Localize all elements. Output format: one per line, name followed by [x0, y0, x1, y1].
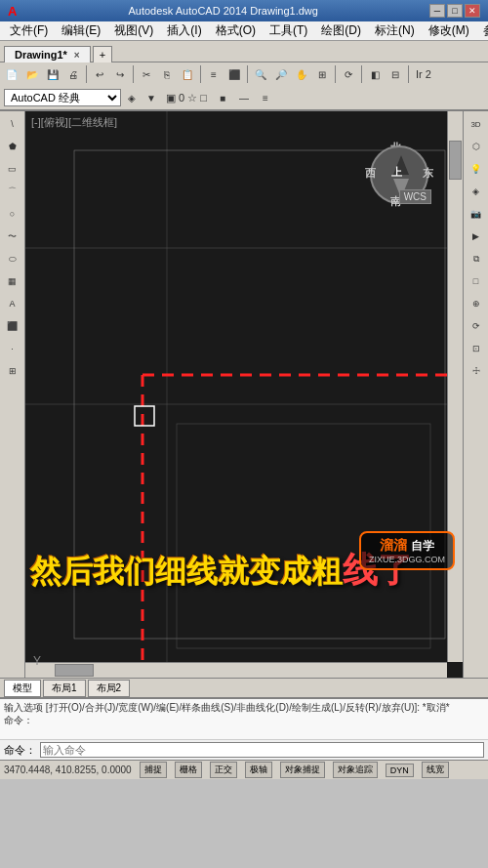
menu-item[interactable]: 标注(N) [369, 21, 421, 40]
command-input[interactable] [40, 742, 484, 758]
compass-east: 东 [423, 166, 433, 181]
undo-btn[interactable]: ↩ [90, 64, 109, 84]
menu-item[interactable]: 格式(O) [210, 21, 262, 40]
otrack-btn[interactable]: 对象追踪 [333, 762, 378, 778]
menu-item[interactable]: 工具(T) [264, 21, 313, 40]
ucs-btn[interactable]: ⊕ [466, 293, 487, 314]
color-btn[interactable]: ■ [213, 88, 232, 107]
y-axis-label: Y [33, 654, 41, 668]
menu-item[interactable]: 参数(P) [477, 21, 488, 40]
insert-block-btn[interactable]: ⬛ [2, 315, 23, 337]
flat-shot-btn[interactable]: □ [466, 270, 487, 292]
menu-item[interactable]: 修改(M) [423, 21, 475, 40]
layout-tabs: 模型 布局1 布局2 [0, 678, 488, 697]
menu-item[interactable]: 编辑(E) [56, 21, 106, 40]
select-btn[interactable]: ⬛ [224, 64, 244, 84]
canvas-area[interactable]: [-][俯视][二维线框] 北 上 南 东 西 WCS Y [25, 111, 463, 678]
draw-arc-btn[interactable]: ⌒ [2, 181, 23, 202]
light-btn[interactable]: 💡 [466, 158, 487, 180]
lineweight-display-btn[interactable]: 线宽 [422, 762, 449, 778]
minimize-button[interactable]: ─ [429, 4, 445, 18]
section-btn[interactable]: ⧉ [466, 248, 487, 269]
zoom-window-btn[interactable]: ⊡ [466, 338, 487, 359]
zoom-out-btn[interactable]: 🔎 [271, 64, 291, 84]
copy-btn[interactable]: ⎘ [157, 64, 177, 84]
draw-spline-btn[interactable]: 〜 [2, 226, 23, 247]
draw-rect-btn[interactable]: ▭ [2, 158, 23, 180]
cut-btn[interactable]: ✂ [137, 64, 156, 84]
ortho-btn[interactable]: 正交 [210, 762, 237, 778]
table-btn[interactable]: ⊞ [2, 360, 23, 382]
sep1 [86, 65, 87, 83]
snap-btn[interactable]: 捕捉 [140, 762, 167, 778]
match-prop-btn[interactable]: ≡ [204, 64, 224, 84]
layer-state-btn[interactable]: ◈ [123, 89, 141, 106]
h-scroll-thumb[interactable] [55, 664, 94, 677]
zoom-in-btn[interactable]: 🔍 [251, 64, 270, 84]
render-btn[interactable]: ⬡ [466, 136, 487, 157]
draw-ellipse-btn[interactable]: ⬭ [2, 248, 23, 269]
maximize-button[interactable]: □ [447, 4, 463, 18]
watermark-logo-text: 溜溜 [380, 537, 407, 553]
dyn-btn[interactable]: DYN [386, 764, 414, 777]
layout2-tab[interactable]: 布局2 [88, 680, 131, 697]
point-btn[interactable]: · [2, 338, 23, 359]
v-scroll-thumb[interactable] [449, 141, 462, 180]
horizontal-scrollbar[interactable] [25, 662, 447, 678]
command-history-line2: 命令： [4, 714, 484, 727]
osnap-btn[interactable]: 对象捕捉 [280, 762, 325, 778]
toolbar-row1: 📄 📂 💾 🖨 ↩ ↪ ✂ ⎘ 📋 ≡ ⬛ 🔍 🔎 ✋ ⊞ ⟳ ◧ ⊟ Ir 2 [0, 62, 488, 86]
new-tab-button[interactable]: + [93, 46, 112, 62]
redo-btn[interactable]: ↪ [110, 64, 130, 84]
menu-item[interactable]: 文件(F) [4, 21, 54, 40]
layout1-tab[interactable]: 布局1 [43, 680, 86, 697]
tab-close-button[interactable]: × [74, 50, 80, 61]
pan-realtime-btn[interactable]: ☩ [466, 360, 487, 382]
title-bar: A Autodesk AutoCAD 2014 Drawing1.dwg ─ □… [0, 0, 488, 21]
material-btn[interactable]: ◈ [466, 181, 487, 202]
orbit-btn[interactable]: ⟳ [466, 315, 487, 337]
3d-orbit-btn[interactable]: ⟳ [339, 64, 358, 84]
viewport-label: [-][俯视][二维线框] [31, 115, 117, 130]
save-btn[interactable]: 💾 [43, 64, 62, 84]
pan-btn[interactable]: ✋ [292, 64, 311, 84]
camera-btn[interactable]: 📷 [466, 203, 487, 225]
status-bar: 3470.4448, 410.8255, 0.0000 捕捉 栅格 正交 极轴 … [0, 760, 488, 779]
menu-item[interactable]: 绘图(D) [315, 21, 367, 40]
watermark-logo: 溜溜 自学 [380, 537, 434, 555]
hatch-btn[interactable]: ▦ [2, 270, 23, 292]
style-dropdown[interactable]: AutoCAD 经典 [4, 89, 121, 106]
text-btn[interactable]: A [2, 293, 23, 314]
menu-item[interactable]: 视图(V) [108, 21, 159, 40]
zoom-all-btn[interactable]: ⊞ [312, 64, 332, 84]
layer-btn[interactable]: ◧ [365, 64, 385, 84]
linetype-btn[interactable]: — [234, 88, 254, 107]
command-area: 输入选项 [打开(O)/合并(J)/宽度(W)/编(E)/样条曲线(S)/非曲线… [0, 697, 488, 760]
animate-btn[interactable]: ▶ [466, 226, 487, 247]
grid-btn[interactable]: 栅格 [175, 762, 202, 778]
draw-line-btn[interactable]: \ [2, 113, 23, 135]
open-file-btn[interactable]: 📂 [22, 64, 42, 84]
sep4 [247, 65, 248, 83]
menu-item[interactable]: 插入(I) [161, 21, 207, 40]
left-toolbar: \ ⬟ ▭ ⌒ ○ 〜 ⬭ ▦ A ⬛ · ⊞ [0, 111, 25, 678]
lineweight-btn[interactable]: ≡ [256, 88, 275, 107]
props-btn[interactable]: ⊟ [386, 64, 405, 84]
sep6 [361, 65, 362, 83]
layer-list-btn[interactable]: ▼ [142, 89, 160, 106]
coordinates-display: 3470.4448, 410.8255, 0.0000 [4, 765, 132, 775]
draw-circle-btn[interactable]: ○ [2, 203, 23, 225]
draw-poly-btn[interactable]: ⬟ [2, 136, 23, 157]
ir2-label: Ir 2 [412, 68, 435, 80]
active-tab[interactable]: Drawing1* × [4, 46, 91, 62]
watermark-subtitle-text: 自学 [411, 539, 434, 553]
polar-btn[interactable]: 极轴 [245, 762, 272, 778]
sep3 [200, 65, 201, 83]
view-3d-btn[interactable]: 3D [466, 113, 487, 135]
command-history-line1: 输入选项 [打开(O)/合并(J)/宽度(W)/编(E)/样条曲线(S)/非曲线… [4, 701, 484, 714]
paste-btn[interactable]: 📋 [178, 64, 197, 84]
close-button[interactable]: ✕ [465, 4, 480, 18]
new-file-btn[interactable]: 📄 [2, 64, 21, 84]
model-tab[interactable]: 模型 [4, 680, 41, 697]
plot-btn[interactable]: 🖨 [63, 64, 83, 84]
